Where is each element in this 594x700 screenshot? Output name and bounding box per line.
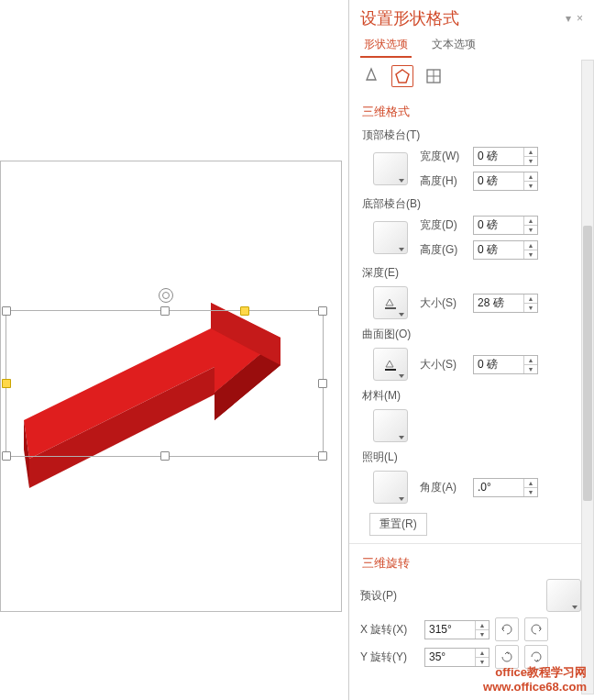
selection-frame[interactable] — [6, 310, 324, 457]
input-bottom-bevel-width[interactable]: ▲▼ — [473, 216, 538, 235]
label-material: 材料(M) — [360, 384, 583, 406]
label-contour: 曲面图(O) — [360, 323, 583, 344]
input-top-bevel-height[interactable]: ▲▼ — [473, 172, 538, 191]
label-bottom-bevel-width: 宽度(D) — [420, 217, 468, 233]
label-preset: 预设(P) — [360, 588, 397, 604]
label-x-rotation: X 旋转(X) — [360, 622, 419, 638]
handle-bottom-right[interactable] — [318, 451, 327, 461]
tab-text-options[interactable]: 文本选项 — [428, 33, 479, 58]
material-picker[interactable] — [373, 409, 408, 442]
pane-close[interactable]: × — [577, 12, 583, 25]
slide-canvas[interactable] — [0, 0, 348, 700]
input-depth-size[interactable]: ▲▼ — [473, 294, 538, 313]
label-y-rotation: Y 旋转(Y) — [360, 650, 419, 665]
handle-mid-right[interactable] — [318, 379, 327, 388]
category-fill-line-icon[interactable] — [360, 65, 382, 87]
label-depth: 深度(E) — [360, 261, 583, 283]
label-lighting: 照明(L) — [360, 446, 583, 467]
adjust-handle-2[interactable] — [240, 306, 249, 316]
depth-color-picker[interactable] — [373, 286, 408, 319]
scrollbar-thumb[interactable] — [583, 226, 592, 501]
y-rotate-down-icon[interactable] — [524, 645, 548, 669]
lighting-picker[interactable] — [373, 471, 408, 504]
input-contour-size[interactable]: ▲▼ — [473, 355, 538, 374]
rotation-preset-picker[interactable] — [546, 579, 581, 612]
pane-dropdown[interactable]: ▾ — [566, 12, 571, 25]
divider — [349, 543, 594, 544]
input-y-rotation[interactable]: ▲▼ — [424, 648, 490, 667]
svg-marker-6 — [396, 70, 409, 83]
svg-rect-9 — [385, 369, 396, 371]
top-bevel-picker[interactable] — [373, 152, 408, 185]
handle-top-mid[interactable] — [160, 306, 170, 316]
contour-color-picker[interactable] — [373, 348, 408, 381]
label-lighting-angle: 角度(A) — [420, 480, 468, 495]
bottom-bevel-picker[interactable] — [373, 221, 408, 254]
label-bottom-bevel-height: 高度(G) — [420, 242, 468, 258]
rotate-handle[interactable] — [159, 288, 173, 303]
tab-shape-options[interactable]: 形状选项 — [360, 33, 412, 58]
category-effects-icon[interactable] — [391, 65, 413, 87]
label-contour-size: 大小(S) — [420, 357, 468, 372]
svg-rect-8 — [385, 307, 396, 309]
input-bottom-bevel-height[interactable]: ▲▼ — [473, 240, 538, 260]
label-top-bevel-height: 高度(H) — [420, 173, 468, 189]
handle-top-left[interactable] — [2, 306, 11, 316]
input-lighting-angle[interactable]: ▲▼ — [473, 478, 538, 497]
label-top-bevel-width: 宽度(W) — [420, 149, 468, 164]
section-3d-format[interactable]: 三维格式 — [360, 98, 583, 124]
x-rotate-left-icon[interactable] — [495, 617, 519, 641]
handle-bottom-mid[interactable] — [160, 451, 170, 461]
label-top-bevel: 顶部棱台(T) — [360, 124, 583, 145]
x-rotate-right-icon[interactable] — [524, 617, 548, 641]
format-shape-pane: 设置形状格式 ▾ × 形状选项 文本选项 三维格式 顶部棱台(T) — [348, 0, 594, 700]
scrollbar-outer[interactable] — [581, 60, 594, 694]
input-top-bevel-width[interactable]: ▲▼ — [473, 147, 538, 166]
input-x-rotation[interactable]: ▲▼ — [424, 620, 490, 639]
label-depth-size: 大小(S) — [420, 295, 468, 311]
y-rotate-up-icon[interactable] — [495, 645, 519, 669]
section-3d-rotation[interactable]: 三维旋转 — [360, 550, 583, 575]
pane-title: 设置形状格式 — [360, 7, 560, 29]
category-size-icon[interactable] — [423, 65, 445, 87]
label-bottom-bevel: 底部棱台(B) — [360, 193, 583, 214]
adjust-handle-1[interactable] — [2, 379, 11, 388]
handle-bottom-left[interactable] — [2, 451, 11, 461]
handle-top-right[interactable] — [318, 306, 327, 316]
reset-button[interactable]: 重置(R) — [369, 513, 427, 536]
